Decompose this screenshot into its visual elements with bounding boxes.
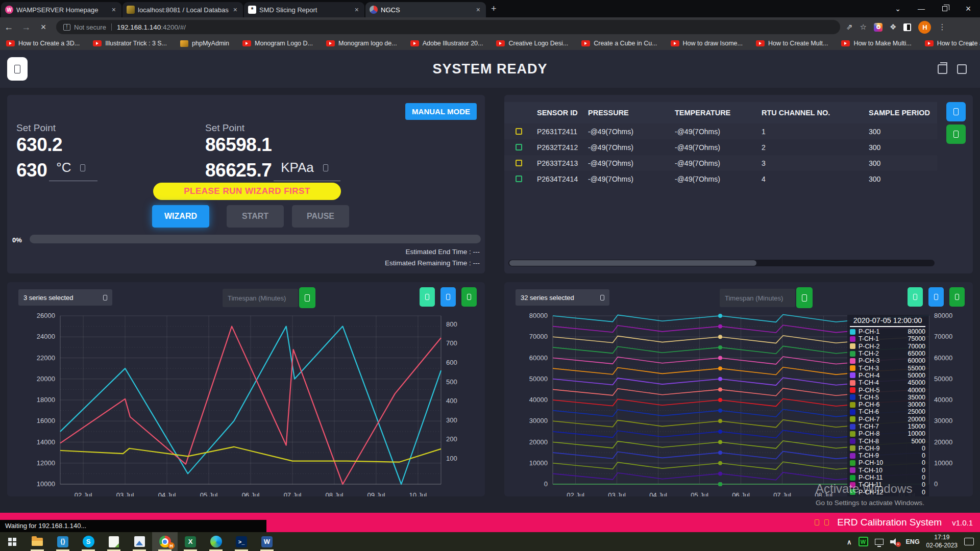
bookmark-item[interactable]: Monogram logo de...: [326, 40, 397, 47]
series-selector-left[interactable]: 3 series selected: [18, 289, 112, 306]
word-icon: W: [261, 536, 273, 547]
language-indicator[interactable]: ENG: [906, 538, 920, 545]
bookmark-item[interactable]: How to Make Multi...: [841, 40, 911, 47]
minimize-button[interactable]: —: [910, 0, 933, 17]
taskbar-clock[interactable]: 17:19 02-06-2023: [926, 534, 958, 549]
timespan-input-right[interactable]: [720, 289, 795, 307]
volume-muted-icon[interactable]: ×: [890, 538, 899, 546]
taskbar-vscode[interactable]: ⟨⟩: [50, 532, 76, 551]
svg-text:14000: 14000: [37, 438, 55, 446]
setpoint-unit-field[interactable]: °C: [49, 160, 97, 181]
bookmark-item[interactable]: Adobe Illustrator 20...: [410, 40, 483, 47]
restore-button[interactable]: [933, 0, 957, 17]
timespan-apply-button[interactable]: [299, 287, 315, 308]
taskbar-skype[interactable]: S: [76, 532, 101, 551]
edit-icon[interactable]: [323, 164, 328, 171]
chrome-chevron-icon[interactable]: ⌄: [886, 0, 910, 17]
table-action-blue-button[interactable]: [946, 102, 966, 121]
taskbar-edge[interactable]: [203, 532, 229, 551]
tab-close-icon[interactable]: ×: [110, 6, 117, 14]
timespan-input-left[interactable]: [223, 289, 298, 307]
bookmark-star-icon[interactable]: ☆: [860, 22, 867, 32]
bookmark-item[interactable]: Creative Logo Desi...: [496, 40, 568, 47]
svg-text:60000: 60000: [934, 354, 952, 362]
taskbar-photos-app[interactable]: [127, 532, 152, 551]
timespan-apply-button[interactable]: [796, 287, 813, 308]
scrollbar-thumb[interactable]: [509, 260, 756, 266]
series-swatch: [850, 372, 855, 378]
bookmark-item[interactable]: Create a Cube in Cu...: [581, 40, 657, 47]
notification-center-icon[interactable]: [964, 538, 974, 545]
wizard-button[interactable]: WIZARD: [152, 205, 209, 228]
close-button[interactable]: ×: [957, 0, 980, 17]
bookmark-item[interactable]: How to Create Mult...: [756, 40, 828, 47]
smd-favicon-icon: *: [248, 6, 256, 14]
tooltip-entry: T-CH-100: [850, 467, 925, 474]
start-button[interactable]: START: [227, 205, 284, 228]
window-restore-icon[interactable]: [938, 64, 947, 74]
browser-tab-localhost[interactable]: localhost:8081 / Local Databases ×: [122, 2, 243, 17]
browser-tab-wampserver[interactable]: W WAMPSERVER Homepage ×: [1, 2, 121, 17]
table-horizontal-scrollbar[interactable]: [508, 260, 935, 266]
new-tab-button[interactable]: +: [491, 4, 497, 14]
extension-bw-icon[interactable]: [903, 23, 911, 31]
svg-text:03 Jul: 03 Jul: [116, 491, 134, 496]
wampserver-tray-icon[interactable]: W: [859, 537, 868, 546]
extension-colorful-icon[interactable]: [874, 23, 883, 32]
bookmark-item[interactable]: Illustrator Trick : 3 S...: [93, 40, 167, 47]
chart-export-button[interactable]: [908, 287, 923, 307]
tab-close-icon[interactable]: ×: [475, 6, 482, 14]
taskbar-word[interactable]: W: [254, 532, 280, 551]
stop-icon[interactable]: ×: [35, 22, 52, 33]
back-icon[interactable]: ←: [0, 22, 17, 33]
forward-icon[interactable]: →: [17, 22, 35, 33]
fullscreen-icon[interactable]: [957, 64, 967, 74]
table-row[interactable]: P2634T2414-@49(7Ohms)-@49(7Ohms)4300: [504, 171, 937, 187]
extensions-puzzle-icon[interactable]: ❖: [890, 22, 896, 32]
table-row[interactable]: P2631T2411-@49(7Ohms)-@49(7Ohms)1300: [504, 123, 937, 139]
svg-text:02 Jul: 02 Jul: [75, 491, 92, 496]
bookmark-item[interactable]: Monogram Logo D...: [242, 40, 313, 47]
chart-export-button[interactable]: [420, 287, 435, 307]
tab-close-icon[interactable]: ×: [353, 6, 360, 14]
svg-text:03 Jul: 03 Jul: [608, 491, 626, 496]
series-value: 0: [922, 467, 925, 474]
table-row[interactable]: P2632T2412-@49(7Ohms)-@49(7Ohms)2300: [504, 139, 937, 155]
series-selector-right[interactable]: 32 series selected: [516, 289, 609, 306]
profile-avatar[interactable]: H: [918, 21, 931, 34]
taskbar-file-explorer[interactable]: [24, 532, 50, 551]
taskbar-excel[interactable]: X: [178, 532, 203, 551]
address-bar[interactable]: ! Not secure 192.168.1.140 :4200/#/: [56, 20, 840, 34]
chart-download-button[interactable]: [461, 287, 477, 307]
browser-tab-ngcs[interactable]: NGCS ×: [365, 2, 486, 17]
bookmark-item[interactable]: How to draw Isome...: [671, 40, 743, 47]
tray-chevron-icon[interactable]: ∧: [847, 538, 852, 546]
series-value: 25000: [908, 408, 925, 415]
taskbar-chrome[interactable]: H: [152, 532, 178, 551]
setpoint-unit-field[interactable]: KPAa: [274, 160, 340, 181]
edit-icon[interactable]: [80, 164, 85, 171]
svg-text:12000: 12000: [37, 459, 55, 467]
pause-button[interactable]: PAUSE: [292, 205, 349, 228]
bookmark-item[interactable]: How to Create a 3D...: [6, 40, 80, 47]
tab-close-icon[interactable]: ×: [232, 6, 239, 14]
table-row[interactable]: P2633T2413-@49(7Ohms)-@49(7Ohms)3300: [504, 155, 937, 171]
start-button[interactable]: [0, 532, 24, 551]
bookmarks-overflow-icon[interactable]: »: [969, 39, 973, 48]
manual-mode-button[interactable]: MANUAL MODE: [405, 103, 477, 120]
taskbar-notes-app[interactable]: [101, 532, 127, 551]
chart-download-button[interactable]: [949, 287, 965, 307]
line-chart-left[interactable]: 02 Jul03 Jul04 Jul05 Jul06 Jul07 Jul08 J…: [7, 310, 485, 496]
youtube-icon: [841, 40, 850, 46]
chart-refresh-button[interactable]: [928, 287, 944, 307]
table-action-green-button[interactable]: [946, 124, 966, 144]
network-icon[interactable]: [875, 539, 884, 545]
bookmark-item[interactable]: phpMyAdmin: [180, 40, 229, 47]
chart-refresh-button[interactable]: [440, 287, 456, 307]
series-swatch: [850, 445, 855, 451]
apply-icon: [305, 294, 310, 302]
taskbar-powershell[interactable]: >_: [229, 532, 254, 551]
browser-tab-smd[interactable]: * SMD Slicing Report ×: [244, 2, 364, 17]
share-icon[interactable]: ⇗: [846, 22, 853, 32]
kebab-menu-icon[interactable]: ⋮: [938, 22, 946, 32]
